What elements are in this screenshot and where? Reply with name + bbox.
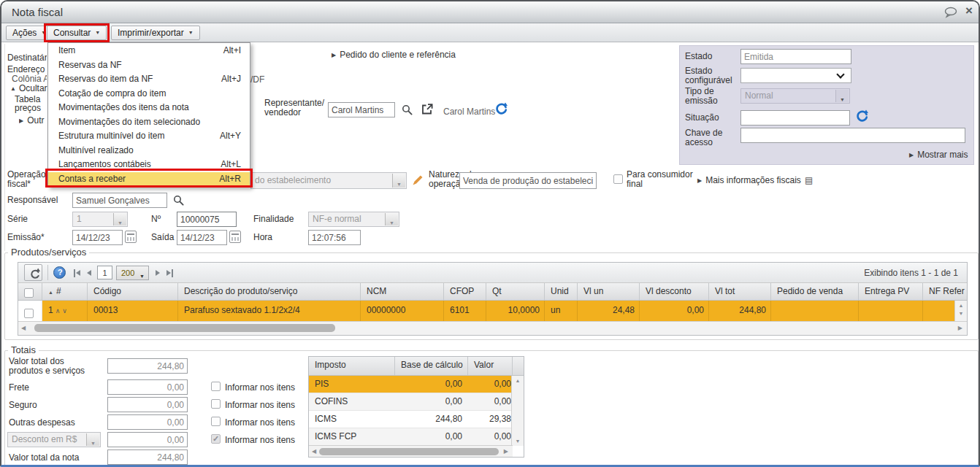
frete-input[interactable] — [107, 379, 188, 395]
representante-label-l2: vendedor — [264, 108, 301, 117]
scroll-right-icon[interactable]: ▶ — [504, 448, 508, 455]
tax-column-valor[interactable]: Valor — [468, 357, 513, 375]
calendar-icon[interactable] — [229, 231, 241, 243]
close-icon[interactable]: × — [965, 4, 973, 18]
outras-despesas-input[interactable] — [107, 414, 188, 430]
mostrar-mais-link[interactable]: Mostrar mais — [909, 150, 968, 160]
column-header-nf-refer[interactable]: NF Refer — [923, 283, 967, 300]
select-all-header-cell[interactable] — [18, 283, 42, 300]
menu-item-contas-a-receber[interactable]: Contas a receberAlt+R — [48, 172, 250, 187]
menu-item-lancamentos-contabeis[interactable]: Lançamentos contábeisAlt+L — [48, 158, 250, 172]
scroll-up-icon[interactable]: ▲ — [512, 378, 524, 383]
menu-item-reservas-item-nf[interactable]: Reservas do item da NFAlt+J — [48, 72, 250, 87]
column-header-cfop[interactable]: CFOP — [444, 283, 486, 300]
previous-page-icon[interactable] — [87, 270, 91, 276]
calendar-icon[interactable] — [125, 231, 137, 243]
open-external-icon[interactable] — [421, 104, 433, 115]
last-page-icon[interactable] — [166, 270, 171, 276]
estado-input[interactable] — [740, 49, 851, 64]
column-header-codigo[interactable]: Código — [88, 283, 178, 300]
scroll-down-icon[interactable]: ▼ — [512, 439, 524, 444]
natureza-operacao-input[interactable] — [459, 172, 597, 189]
scrollbar-thumb[interactable] — [319, 448, 499, 455]
column-header-ncm[interactable]: NCM — [361, 283, 444, 300]
outros-link[interactable]: Outr — [19, 115, 47, 126]
tax-column-imposto[interactable]: Imposto — [309, 357, 395, 375]
estado-configuravel-select[interactable] — [740, 68, 851, 83]
scroll-left-icon[interactable]: ◀ — [21, 325, 26, 331]
search-icon[interactable] — [402, 104, 413, 116]
refresh-icon[interactable] — [856, 109, 870, 123]
column-header-vl-un[interactable]: Vl un — [578, 283, 640, 300]
last-page-icon[interactable] — [172, 269, 173, 277]
menu-item-movimentacoes-item-selecionado[interactable]: Movimentações do item selecionado — [48, 115, 250, 130]
column-header-vl-tot[interactable]: Vl tot — [709, 283, 771, 300]
taxes-vertical-scrollbar[interactable]: ▲ ▼ — [511, 376, 524, 446]
product-row[interactable]: 1∧∨ 00013 Parafuso sextavado 1.1/2x2/4 0… — [18, 301, 954, 321]
next-page-icon[interactable] — [156, 270, 160, 276]
pedido-cliente-referencia-link[interactable]: Pedido do cliente e referência — [332, 50, 456, 60]
situacao-input[interactable] — [740, 110, 850, 126]
move-down-icon[interactable]: ∨ — [62, 307, 67, 314]
tax-row-cofins[interactable]: COFINS 0,00 0,00 — [309, 393, 513, 411]
chave-acesso-input[interactable] — [740, 128, 965, 143]
menu-item-multinivel-realizado[interactable]: Multinível realizado — [48, 144, 250, 158]
menu-item-movimentacoes-itens[interactable]: Movimentações dos itens da nota — [48, 101, 250, 115]
desconto-input[interactable] — [107, 432, 188, 447]
taxes-horizontal-scrollbar[interactable]: ◀ ▶ — [309, 445, 513, 457]
column-header-qt[interactable]: Qt — [486, 283, 545, 300]
page-number-input[interactable]: 1 — [97, 266, 112, 279]
menu-item-item[interactable]: ItemAlt+I — [48, 44, 250, 58]
column-header-index[interactable]: # — [42, 283, 88, 300]
emissao-input[interactable] — [72, 230, 123, 245]
first-page-icon[interactable] — [74, 269, 75, 277]
column-header-entrega-pv[interactable]: Entrega PV — [859, 283, 923, 300]
page-size-select[interactable]: 200 — [116, 266, 149, 280]
frete-informar-checkbox[interactable] — [211, 382, 221, 391]
tax-row-icms-fcp[interactable]: ICMS FCP 0,00 0,00 — [309, 428, 513, 446]
menu-consultar-button[interactable]: Consultar — [47, 26, 107, 40]
scroll-down-icon[interactable]: ▼ — [955, 311, 967, 316]
row-checkbox[interactable] — [24, 309, 34, 318]
saida-input[interactable] — [177, 230, 227, 245]
column-header-unid[interactable]: Unid — [545, 283, 578, 300]
products-horizontal-scrollbar[interactable]: ◀ ▶ — [18, 321, 967, 335]
responsavel-input[interactable] — [72, 193, 167, 208]
products-vertical-scrollbar[interactable]: ▲ ▼ — [954, 301, 967, 321]
menu-item-reservas-nf[interactable]: Reservas da NF — [48, 58, 250, 73]
mais-informacoes-fiscais-link[interactable]: Mais informações fiscais — [697, 175, 813, 185]
hora-input[interactable] — [308, 230, 361, 245]
valor-total-nota-input[interactable] — [107, 449, 188, 465]
help-icon[interactable] — [53, 266, 66, 279]
seguro-informar-checkbox[interactable] — [211, 399, 221, 409]
para-consumidor-final-checkbox[interactable] — [613, 174, 623, 184]
scroll-up-icon[interactable]: ▲ — [955, 303, 967, 308]
scroll-left-icon[interactable]: ◀ — [312, 448, 316, 455]
tax-column-base[interactable]: Base de cálculo — [395, 357, 468, 375]
menu-imprimir-exportar-button[interactable]: Imprimir/exportar — [111, 26, 200, 40]
move-up-icon[interactable]: ∧ — [55, 307, 61, 314]
menu-acoes-button[interactable]: Ações — [6, 26, 53, 40]
edit-pencil-icon[interactable] — [412, 174, 424, 186]
grid-refresh-button[interactable] — [24, 264, 42, 281]
ocultar-link[interactable]: Ocultar — [10, 83, 48, 93]
tax-row-pis[interactable]: PIS 0,00 0,00 — [309, 376, 513, 393]
column-header-descricao[interactable]: Descrição do produto/serviço — [178, 283, 361, 300]
representante-input[interactable] — [328, 102, 395, 117]
select-all-checkbox[interactable] — [24, 288, 34, 298]
scrollbar-thumb[interactable] — [34, 324, 335, 332]
menu-item-estrutura-multinivel[interactable]: Estrutura multinível do itemAlt+Y — [48, 129, 250, 144]
seguro-input[interactable] — [107, 397, 188, 412]
scroll-right-icon[interactable]: ▶ — [958, 325, 962, 331]
column-header-vl-desconto[interactable]: Vl desconto — [640, 283, 709, 300]
numero-input[interactable] — [177, 212, 237, 227]
search-icon[interactable] — [173, 195, 185, 207]
column-header-pedido-venda[interactable]: Pedido de venda — [771, 283, 859, 300]
menu-item-cotacao-compra[interactable]: Cotação de compra do item — [48, 87, 250, 101]
first-page-icon[interactable] — [76, 270, 80, 276]
outras-informar-checkbox[interactable] — [211, 417, 221, 426]
chat-bubble-icon[interactable] — [943, 7, 958, 18]
refresh-icon[interactable] — [495, 102, 509, 116]
tax-row-icms[interactable]: ICMS 244,80 29,38 — [309, 411, 513, 428]
valor-total-produtos-input[interactable] — [107, 358, 188, 374]
